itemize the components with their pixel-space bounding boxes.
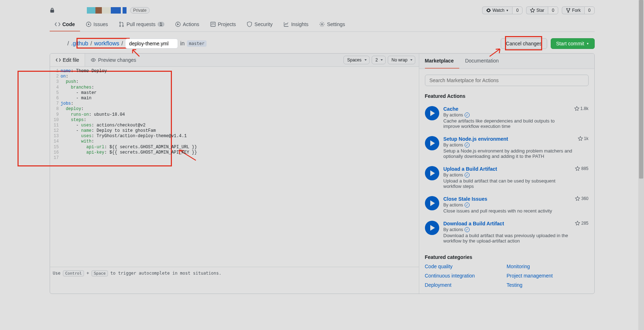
action-author: By actions ✓ bbox=[444, 172, 571, 178]
action-description: Download a build artifact that was previ… bbox=[444, 233, 571, 244]
fork-button[interactable]: Fork 0 bbox=[562, 6, 595, 14]
tab-security[interactable]: Security bbox=[242, 18, 278, 31]
action-description: Close issues and pull requests with no r… bbox=[444, 208, 571, 214]
tab-settings[interactable]: Settings bbox=[314, 18, 350, 31]
breadcrumb: / .github / workflows / in master bbox=[68, 39, 207, 49]
action-stars: 1.8k bbox=[574, 106, 589, 111]
fork-label: Fork bbox=[572, 8, 581, 13]
breadcrumb-row: / .github / workflows / in master Cancel… bbox=[50, 32, 595, 53]
featured-actions-heading: Featured Actions bbox=[425, 93, 589, 99]
star-count: 0 bbox=[548, 6, 558, 14]
watch-label: Watch bbox=[492, 8, 505, 13]
marketplace-action-item[interactable]: Cache By actions ✓ Cache artifacts like … bbox=[425, 102, 589, 132]
category-link[interactable]: Testing bbox=[507, 282, 589, 288]
svg-point-4 bbox=[88, 24, 89, 25]
svg-point-7 bbox=[122, 25, 123, 26]
branch-badge: master bbox=[187, 40, 207, 47]
code-icon bbox=[56, 58, 61, 62]
star-button[interactable]: Star 0 bbox=[526, 6, 558, 14]
code-content[interactable]: name: Theme Deploy on: push: branches: -… bbox=[61, 67, 419, 267]
play-icon bbox=[425, 221, 439, 235]
action-title: Close Stale Issues bbox=[444, 196, 571, 202]
category-link[interactable]: Continuous integration bbox=[425, 273, 507, 279]
start-commit-button[interactable]: Start commit ▼ bbox=[551, 38, 595, 49]
chevron-down-icon: ▼ bbox=[586, 42, 589, 45]
marketplace-action-item[interactable]: Setup Node.js environment By actions ✓ S… bbox=[425, 132, 589, 162]
tab-projects[interactable]: Projects bbox=[205, 18, 241, 31]
shield-icon bbox=[247, 21, 252, 27]
verified-icon: ✓ bbox=[465, 227, 470, 232]
action-stars: 285 bbox=[575, 221, 588, 226]
verified-icon: ✓ bbox=[465, 202, 470, 208]
scrollbar-thumb[interactable] bbox=[639, 0, 643, 179]
svg-point-0 bbox=[566, 8, 568, 9]
editor-footer-hint: Use Control + Space to trigger autocompl… bbox=[50, 267, 419, 280]
action-description: Setup a Node.js environment by adding pr… bbox=[444, 148, 574, 159]
graph-icon bbox=[283, 21, 289, 27]
action-author: By actions ✓ bbox=[444, 227, 571, 232]
cancel-changes-button[interactable]: Cancel changes bbox=[501, 38, 547, 49]
action-author: By actions ✓ bbox=[444, 202, 571, 208]
pulls-count: 1 bbox=[158, 22, 164, 27]
tab-pull-requests[interactable]: Pull requests 1 bbox=[114, 18, 169, 31]
tab-insights[interactable]: Insights bbox=[278, 18, 313, 31]
action-title: Setup Node.js environment bbox=[444, 136, 574, 142]
privacy-badge: Private bbox=[130, 7, 150, 14]
repo-name-redacted bbox=[87, 7, 127, 14]
svg-point-1 bbox=[569, 8, 570, 9]
code-icon bbox=[55, 21, 60, 27]
play-icon bbox=[425, 106, 439, 120]
action-author: By actions ✓ bbox=[444, 112, 570, 118]
star-label: Star bbox=[536, 8, 544, 13]
action-stars: 885 bbox=[575, 166, 588, 171]
marketplace-search-input[interactable] bbox=[425, 75, 589, 86]
tab-actions[interactable]: Actions bbox=[170, 18, 204, 31]
verified-icon: ✓ bbox=[465, 142, 470, 148]
indent-size-select[interactable]: 2 bbox=[372, 56, 386, 64]
preview-changes-tab[interactable]: Preview changes bbox=[85, 54, 142, 66]
indent-mode-select[interactable]: Spaces bbox=[343, 56, 370, 64]
action-description: Upload a build artifact that can be used… bbox=[444, 178, 571, 189]
marketplace-action-item[interactable]: Upload a Build Artifact By actions ✓ Upl… bbox=[425, 162, 589, 192]
crumb-github[interactable]: .github bbox=[71, 40, 88, 47]
wrap-select[interactable]: No wrap bbox=[388, 56, 415, 64]
category-link[interactable]: Code quality bbox=[425, 264, 507, 269]
watch-count: 0 bbox=[512, 6, 522, 14]
code-editor[interactable]: 1234567891011121314151617 name: Theme De… bbox=[50, 67, 419, 267]
line-gutter: 1234567891011121314151617 bbox=[50, 67, 61, 267]
category-link[interactable]: Monitoring bbox=[507, 264, 589, 269]
projects-icon bbox=[210, 21, 216, 27]
svg-point-11 bbox=[93, 59, 94, 61]
scrollbar-track[interactable] bbox=[638, 0, 644, 294]
tab-code[interactable]: Code bbox=[50, 18, 80, 31]
verified-icon: ✓ bbox=[465, 112, 470, 118]
star-icon bbox=[575, 221, 580, 226]
category-link[interactable]: Project management bbox=[507, 273, 589, 279]
action-title: Cache bbox=[444, 106, 570, 112]
editor-wrap: Edit file Preview changes Spaces 2 No wr… bbox=[50, 53, 595, 294]
issues-icon bbox=[86, 21, 91, 27]
action-stars: 1k bbox=[578, 136, 589, 141]
category-link[interactable]: Deployment bbox=[425, 282, 507, 288]
svg-point-2 bbox=[568, 11, 569, 12]
marketplace-action-item[interactable]: Download a Build Artifact By actions ✓ D… bbox=[425, 217, 589, 247]
filename-input[interactable] bbox=[125, 39, 178, 49]
star-icon bbox=[575, 196, 580, 201]
tab-issues[interactable]: Issues bbox=[81, 18, 113, 31]
action-title: Download a Build Artifact bbox=[444, 221, 571, 226]
action-author: By actions ✓ bbox=[444, 142, 574, 148]
actions-icon bbox=[175, 21, 181, 27]
crumb-workflows[interactable]: workflows bbox=[94, 40, 119, 47]
gear-icon bbox=[319, 21, 325, 27]
sidebar-tab-documentation[interactable]: Documentation bbox=[465, 54, 504, 69]
edit-file-tab[interactable]: Edit file bbox=[50, 54, 85, 66]
sidebar-tab-marketplace[interactable]: Marketplace bbox=[425, 54, 460, 69]
eye-icon bbox=[91, 58, 96, 62]
svg-point-10 bbox=[321, 24, 323, 25]
play-icon bbox=[425, 196, 439, 210]
play-icon bbox=[425, 136, 439, 150]
watch-button[interactable]: Watch▼ 0 bbox=[482, 6, 522, 14]
play-icon bbox=[425, 166, 439, 180]
marketplace-sidebar: Marketplace Documentation Featured Actio… bbox=[419, 54, 594, 294]
marketplace-action-item[interactable]: Close Stale Issues By actions ✓ Close is… bbox=[425, 192, 589, 217]
